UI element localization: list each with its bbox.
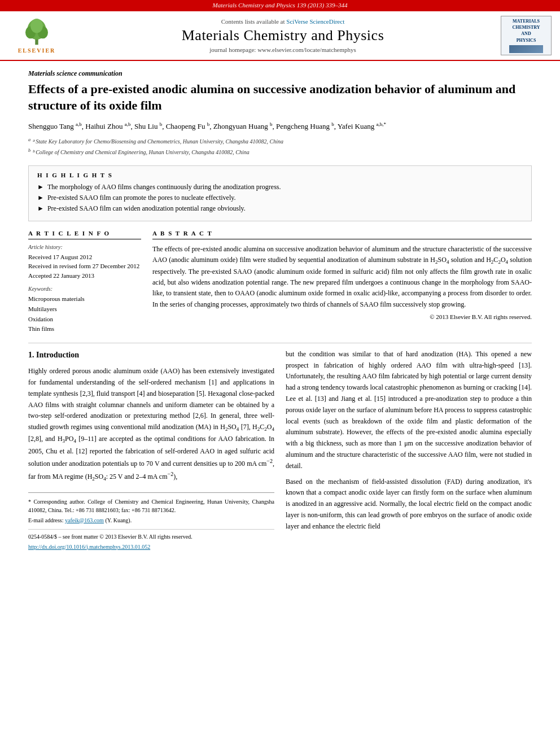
footnotes-section: * Corresponding author. College of Chemi…	[28, 492, 274, 551]
highlight-text-2: Pre-existed SAAO film can promote the po…	[47, 194, 236, 202]
highlight-arrow-2: ►	[37, 194, 44, 202]
highlight-item-2: ► Pre-existed SAAO film can promote the …	[37, 194, 523, 202]
article-title: Effects of a pre-existed anodic alumina …	[28, 81, 532, 113]
main-content: Materials science communication Effects …	[0, 61, 560, 560]
received-date: Received 17 August 2012	[28, 252, 141, 262]
keyword-3: Oxidation	[28, 314, 141, 325]
affiliation-a: a ᵃ State Key Laboratory for Chemo/Biose…	[28, 136, 532, 146]
footnote-corresponding: * Corresponding author. College of Chemi…	[28, 497, 274, 514]
elsevier-tree-icon	[20, 18, 54, 46]
affiliations: a ᵃ State Key Laboratory for Chemo/Biose…	[28, 136, 532, 157]
highlight-text-1: The morphology of AAO films changes cont…	[47, 183, 281, 191]
email-link[interactable]: yafeik@163.com	[65, 517, 104, 523]
highlights-title: H I G H L I G H T S	[37, 172, 523, 178]
journal-citation-bar: Materials Chemistry and Physics 139 (201…	[0, 0, 560, 10]
intro-paragraph-2: but the condition was similar to that of…	[286, 349, 532, 472]
authors-line: Shengguo Tang a,b, Haihui Zhou a,b, Shu …	[28, 120, 532, 133]
contents-available: Contents lists available at SciVerse Sci…	[65, 18, 501, 25]
article-history-label: Article history:	[28, 244, 141, 250]
section-divider	[28, 343, 532, 343]
journal-header: ELSEVIER Contents lists available at Sci…	[0, 10, 560, 61]
keyword-1: Microporous materials	[28, 294, 141, 304]
journal-logo-right: MATERIALSCHEMISTRYANDPHYSICS	[501, 16, 552, 55]
article-type: Materials science communication	[28, 69, 532, 78]
svg-point-4	[30, 18, 43, 32]
body-right-col: but the condition was similar to that of…	[286, 349, 532, 551]
revised-date: Received in revised form 27 December 201…	[28, 261, 141, 271]
keywords-label: Keywords:	[28, 286, 141, 292]
intro-section-title: 1. Introduction	[28, 349, 274, 361]
highlight-arrow-1: ►	[37, 183, 44, 191]
accepted-date: Accepted 22 January 2013	[28, 271, 141, 281]
elsevier-logo: ELSEVIER	[8, 18, 65, 54]
highlight-arrow-3: ►	[37, 204, 44, 213]
info-abstract-row: A R T I C L E I N F O Article history: R…	[28, 230, 532, 334]
affiliation-b: b ᵇ College of Chemistry and Chemical En…	[28, 147, 532, 157]
journal-homepage: journal homepage: www.elsevier.com/locat…	[65, 46, 501, 53]
journal-title-display: Materials Chemistry and Physics	[65, 27, 501, 44]
copyright-line: © 2013 Elsevier B.V. All rights reserved…	[152, 313, 532, 320]
abstract-text: The effects of pre-existed anodic alumin…	[152, 244, 532, 310]
sciverse-link[interactable]: SciVerse ScienceDirect	[286, 18, 344, 25]
highlights-section: H I G H L I G H T S ► The morphology of …	[28, 165, 532, 221]
footnote-email: E-mail address: yafeik@163.com (Y. Kuang…	[28, 516, 274, 525]
intro-paragraph-1: Highly ordered porous anodic aluminum ox…	[28, 366, 274, 483]
keyword-2: Multilayers	[28, 304, 141, 314]
keyword-4: Thin films	[28, 324, 141, 334]
issn-line: 0254-0584/$ – see front matter © 2013 El…	[28, 532, 274, 541]
journal-header-center: Contents lists available at SciVerse Sci…	[65, 18, 501, 53]
abstract-title: A B S T R A C T	[152, 230, 532, 239]
article-info-title: A R T I C L E I N F O	[28, 230, 141, 239]
body-columns: 1. Introduction Highly ordered porous an…	[28, 349, 532, 551]
highlight-item-1: ► The morphology of AAO films changes co…	[37, 183, 523, 191]
elsevier-brand-text: ELSEVIER	[18, 47, 56, 54]
article-info-panel: A R T I C L E I N F O Article history: R…	[28, 230, 141, 334]
doi-line: http://dx.doi.org/10.1016/j.matchemphys.…	[28, 543, 274, 551]
abstract-panel: A B S T R A C T The effects of pre-exist…	[152, 230, 532, 334]
intro-paragraph-3: Based on the mechanism of field-assisted…	[286, 477, 532, 532]
body-left-col: 1. Introduction Highly ordered porous an…	[28, 349, 274, 551]
highlight-item-3: ► Pre-existed SAAO film can widen anodiz…	[37, 204, 523, 213]
doi-link[interactable]: http://dx.doi.org/10.1016/j.matchemphys.…	[28, 544, 150, 550]
journal-citation-text: Materials Chemistry and Physics 139 (201…	[213, 2, 348, 8]
highlight-text-3: Pre-existed SAAO film can widen anodizat…	[47, 204, 246, 213]
